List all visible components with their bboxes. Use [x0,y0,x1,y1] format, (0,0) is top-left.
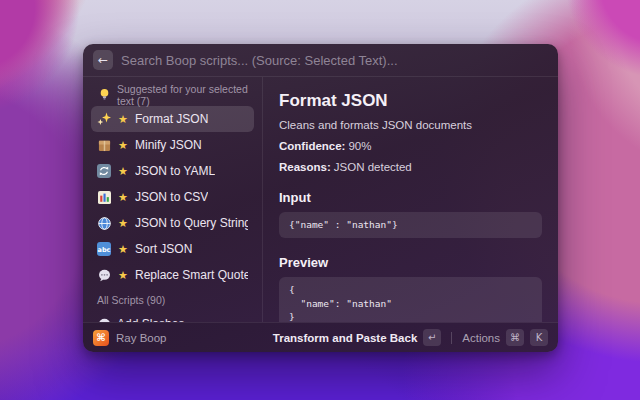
detail-panel: Format JSON Cleans and formats JSON docu… [263,77,558,322]
star-icon: ★ [117,166,129,177]
globe-icon [97,216,111,230]
lightbulb-icon [97,88,111,102]
reasons-value: JSON detected [334,161,412,173]
script-item-label: JSON to Query String [135,216,248,230]
speech-balloon-icon [97,268,111,282]
script-item-replace-smart-quotes[interactable]: ★ Replace Smart Quotes [91,262,254,288]
star-icon: ★ [117,192,129,203]
script-item-label: JSON to YAML [135,164,215,178]
boop-app-icon: ⌘ [93,330,109,346]
script-item-sort-json[interactable]: abc ★ Sort JSON [91,236,254,262]
primary-action-label: Transform and Paste Back [273,332,417,344]
section-header-suggested: Suggested for your selected text (7) [91,83,254,106]
reasons-row: Reasons:JSON detected [279,161,542,173]
script-item-label: Replace Smart Quotes [135,268,248,282]
abc-icon: abc [97,242,111,256]
footer-bar: ⌘ Ray Boop Transform and Paste Back ↵ Ac… [83,322,558,352]
script-item-format-json[interactable]: ★ Format JSON [91,106,254,132]
script-list: Suggested for your selected text (7) ★ F… [83,77,263,322]
transform-paste-back-button[interactable]: Transform and Paste Back ↵ [273,329,441,346]
script-item-json-to-csv[interactable]: ★ JSON to CSV [91,184,254,210]
script-item-label: Sort JSON [135,242,192,256]
footer-divider [451,332,452,344]
sparkles-icon [97,112,111,126]
back-arrow-icon: ← [98,53,108,67]
search-input[interactable] [121,53,548,68]
preview-code-block: { "name": "nathan" } [279,277,542,322]
raycast-boop-window: ← Suggested for your selected text (7) ★… [83,44,558,352]
script-item-json-to-query-string[interactable]: ★ JSON to Query String [91,210,254,236]
actions-button[interactable]: Actions ⌘ K [462,329,548,346]
app-name: Ray Boop [116,332,167,344]
detail-title: Format JSON [279,91,542,111]
section-header-label: All Scripts (90) [97,294,165,306]
section-header-label: Suggested for your selected text (7) [117,83,248,107]
confidence-value: 90% [348,140,371,152]
star-icon: ★ [117,114,129,125]
command-glyph: ⌘ [96,332,105,343]
confidence-row: Confidence:90% [279,140,542,152]
section-header-all-scripts: All Scripts (90) [91,288,254,311]
star-icon: ★ [117,270,129,281]
package-icon [97,138,111,152]
preview-section-label: Preview [279,255,542,270]
script-item-label: Minify JSON [135,138,202,152]
enter-key-badge: ↵ [423,329,441,346]
star-icon: ★ [117,140,129,151]
star-icon: ★ [117,244,129,255]
confidence-label: Confidence: [279,140,345,152]
back-button[interactable]: ← [93,50,113,70]
svg-text:abc: abc [98,246,111,254]
reasons-label: Reasons: [279,161,331,173]
actions-label: Actions [462,332,500,344]
search-bar: ← [83,44,558,77]
star-icon: ★ [117,218,129,229]
detail-description: Cleans and formats JSON documents [279,119,542,131]
input-code: {"name" : "nathan"} [289,218,532,232]
input-code-block: {"name" : "nathan"} [279,212,542,238]
bar-chart-icon [97,190,111,204]
script-item-label: Format JSON [135,112,208,126]
script-item-label: JSON to CSV [135,190,208,204]
preview-code: { "name": "nathan" } [289,283,532,322]
window-body: Suggested for your selected text (7) ★ F… [83,77,558,322]
script-item-minify-json[interactable]: ★ Minify JSON [91,132,254,158]
cycle-arrows-icon [97,164,111,178]
script-item-add-slashes[interactable]: Add Slashes [91,311,254,322]
input-section-label: Input [279,190,542,205]
script-item-json-to-yaml[interactable]: ★ JSON to YAML [91,158,254,184]
cmd-key-badge: ⌘ [506,329,524,346]
k-key-badge: K [530,329,548,346]
